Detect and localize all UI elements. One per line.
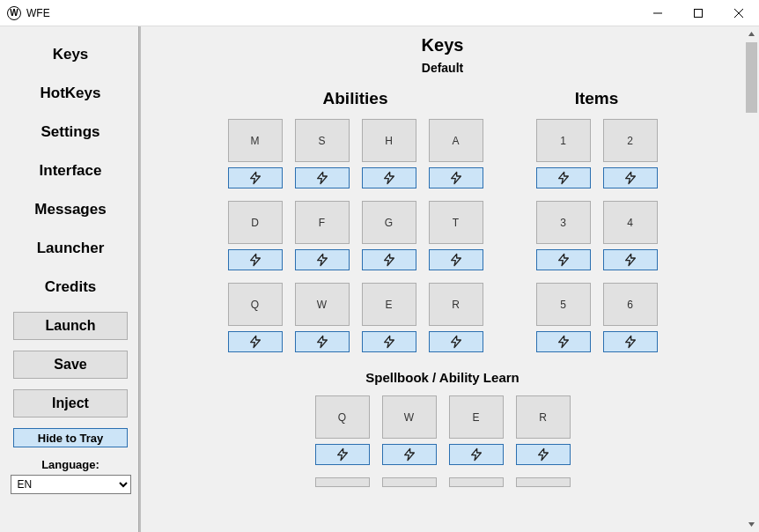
scrollbar[interactable] (744, 26, 759, 532)
abilities-key-button[interactable]: Q (228, 283, 283, 326)
items-section: Items 123456 (536, 89, 658, 365)
abilities-key-button[interactable]: H (362, 119, 416, 162)
autocast-button[interactable] (603, 331, 658, 352)
sidebar-item-launcher[interactable]: Launcher (37, 240, 105, 257)
close-button[interactable] (718, 0, 759, 26)
key-cell: 4 (603, 201, 658, 270)
spellbook-key-button[interactable]: W (382, 395, 437, 439)
sidebar-item-interface[interactable]: Interface (40, 162, 102, 180)
app-icon (7, 6, 21, 20)
key-cell: S (295, 119, 350, 188)
items-key-button[interactable]: 6 (603, 283, 658, 326)
autocast-button[interactable] (429, 249, 483, 270)
minimize-button[interactable] (637, 0, 678, 26)
autocast-button[interactable] (536, 331, 591, 352)
autocast-button[interactable] (536, 249, 591, 270)
key-cell: R (429, 283, 483, 352)
sidebar-item-settings[interactable]: Settings (41, 123, 99, 141)
spellbook-key-button[interactable]: Q (315, 395, 370, 439)
abilities-key-button[interactable]: D (228, 201, 283, 244)
scroll-down-button[interactable] (744, 517, 759, 532)
content: Keys Default Abilities MSHADFGTQWER Item… (141, 26, 744, 532)
autocast-button[interactable] (516, 444, 571, 465)
spellbook-key-button[interactable]: R (516, 395, 571, 439)
hide-to-tray-button[interactable]: Hide to Tray (13, 428, 128, 447)
lightning-icon (247, 171, 264, 185)
page-title: Keys (150, 35, 735, 55)
key-cell: Q (315, 395, 370, 465)
items-key-button[interactable]: 3 (536, 201, 591, 244)
autocast-button[interactable] (429, 167, 483, 188)
scroll-up-button[interactable] (744, 26, 759, 41)
abilities-key-button[interactable]: E (362, 283, 416, 326)
lightning-icon (334, 447, 351, 462)
window-title: WFE (26, 7, 50, 19)
abilities-key-button[interactable]: F (295, 201, 350, 244)
key-cell: H (362, 119, 416, 188)
autocast-button[interactable] (295, 167, 350, 188)
key-cell: 2 (603, 119, 658, 188)
lightning-icon (247, 335, 264, 349)
key-cell: W (382, 395, 437, 465)
sidebar-item-hotkeys[interactable]: HotKeys (41, 85, 101, 102)
key-button[interactable] (516, 477, 571, 487)
autocast-button[interactable] (536, 167, 591, 188)
lightning-icon (380, 253, 398, 267)
key-cell: 5 (536, 283, 591, 352)
autocast-button[interactable] (362, 167, 416, 188)
key-cell: E (362, 283, 416, 352)
lightning-icon (380, 335, 398, 349)
autocast-button[interactable] (228, 331, 283, 352)
spellbook-key-button[interactable]: E (449, 395, 504, 439)
autocast-button[interactable] (603, 167, 658, 188)
abilities-key-button[interactable]: A (429, 119, 483, 162)
key-cell: 1 (536, 119, 591, 188)
key-button[interactable] (449, 477, 504, 487)
sidebar-item-keys[interactable]: Keys (53, 46, 89, 63)
language-select[interactable]: EN (11, 475, 131, 494)
items-key-button[interactable]: 4 (603, 201, 658, 244)
key-cell: R (516, 395, 571, 465)
abilities-key-button[interactable]: T (429, 201, 483, 244)
key-cell: E (449, 395, 504, 465)
abilities-key-button[interactable]: S (295, 119, 350, 162)
autocast-button[interactable] (228, 167, 283, 188)
key-cell: T (429, 201, 483, 270)
save-button[interactable]: Save (13, 351, 128, 379)
abilities-key-button[interactable]: R (429, 283, 483, 326)
items-key-button[interactable]: 2 (603, 119, 658, 162)
sidebar-item-credits[interactable]: Credits (45, 278, 97, 296)
scroll-thumb[interactable] (746, 42, 757, 113)
inject-button[interactable]: Inject (13, 389, 128, 417)
items-key-button[interactable]: 1 (536, 119, 591, 162)
autocast-button[interactable] (362, 331, 416, 352)
lightning-icon (447, 171, 465, 185)
items-title: Items (536, 89, 658, 108)
autocast-button[interactable] (449, 444, 504, 465)
lightning-icon (555, 335, 572, 349)
key-button[interactable] (315, 477, 370, 487)
items-key-button[interactable]: 5 (536, 283, 591, 326)
maximize-button[interactable] (678, 0, 718, 26)
autocast-button[interactable] (382, 444, 437, 465)
abilities-key-button[interactable]: M (228, 119, 283, 162)
svg-marker-5 (748, 522, 755, 527)
autocast-button[interactable] (362, 249, 416, 270)
abilities-key-button[interactable]: G (362, 201, 416, 244)
autocast-button[interactable] (315, 444, 370, 465)
key-button[interactable] (382, 477, 437, 487)
lightning-icon (622, 171, 639, 185)
autocast-button[interactable] (228, 249, 283, 270)
key-cell: M (228, 119, 283, 188)
launch-button[interactable]: Launch (13, 312, 128, 340)
sidebar-item-messages[interactable]: Messages (34, 201, 106, 218)
key-cell: 3 (536, 201, 591, 270)
lightning-icon (534, 447, 552, 462)
abilities-key-button[interactable]: W (295, 283, 350, 326)
autocast-button[interactable] (603, 249, 658, 270)
autocast-button[interactable] (295, 331, 350, 352)
autocast-button[interactable] (295, 249, 350, 270)
autocast-button[interactable] (429, 331, 483, 352)
page-subtitle: Default (150, 61, 735, 75)
lightning-icon (622, 335, 639, 349)
